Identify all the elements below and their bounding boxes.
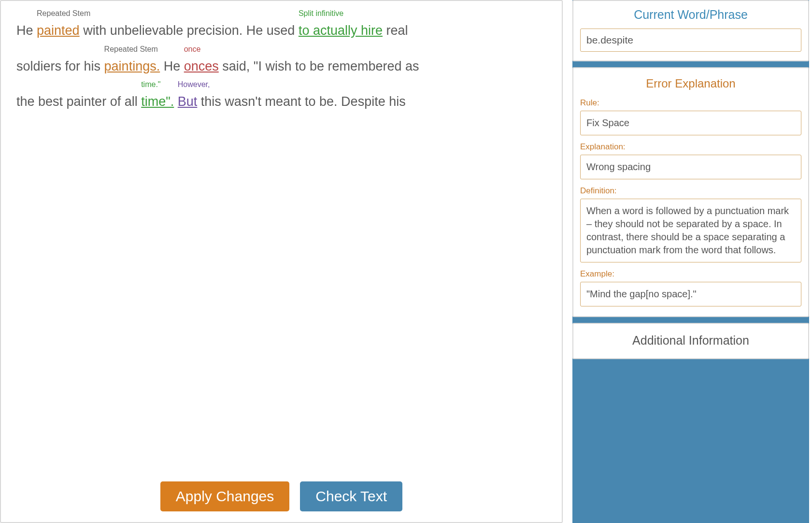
text-segment: this wasn't meant to be. Despite his [197,94,405,109]
current-word-input[interactable] [580,29,801,52]
additional-info-panel[interactable]: Additional Information [572,323,809,359]
sidebar: Current Word/Phrase Error Explanation Ru… [572,0,809,523]
editor-text-area[interactable]: He Repeated Stempainted with unbelievabl… [16,15,546,481]
text-segment: He [160,59,184,73]
text-segment: soldiers for his [16,59,104,73]
annotation-however: However, [178,75,210,94]
rule-label: Rule: [580,98,801,108]
annotation-repeated-stem: Repeated Stem [37,4,90,23]
text-line-3: the best painter of all time."time". How… [16,86,546,118]
text-segment: the best painter of all [16,94,141,109]
word-text: time". [141,94,174,109]
annotation-time: time." [141,75,160,94]
word-text: paintings. [104,59,160,73]
text-segment: He [16,23,37,38]
marked-word-but[interactable]: However,But [178,86,198,118]
check-text-button[interactable]: Check Text [300,481,402,511]
rule-value: Fix Space [580,111,801,135]
current-word-panel: Current Word/Phrase [572,0,809,61]
text-line-2: soldiers for his Repeated Stempaintings.… [16,50,546,83]
example-label: Example: [580,269,801,279]
additional-info-title: Additional Information [580,334,801,348]
explanation-value: Wrong spacing [580,155,801,179]
text-segment: real [383,23,408,38]
annotation-split-infinitive: Split infinitive [299,4,343,23]
annotation-repeated-stem: Repeated Stem [104,40,158,59]
definition-label: Definition: [580,186,801,196]
current-word-title: Current Word/Phrase [580,8,801,22]
editor-button-row: Apply Changes Check Text [16,481,546,511]
editor-panel: He Repeated Stempainted with unbelievabl… [0,0,563,523]
error-explanation-title: Error Explanation [580,77,801,90]
text-segment: said, "I wish to be remembered as [219,59,419,73]
text-line-1: He Repeated Stempainted with unbelievabl… [16,15,546,47]
explanation-label: Explanation: [580,142,801,152]
marked-word-painted[interactable]: Repeated Stempainted [37,15,80,47]
word-text: painted [37,23,80,38]
text-segment: with unbelievable precision. He used [80,23,299,38]
text-segment [174,94,178,109]
marked-word-split-infinitive[interactable]: Split infinitiveto actually hire [299,15,383,47]
word-text: But [178,94,198,109]
marked-word-time[interactable]: time."time". [141,86,174,118]
example-value: "Mind the gap[no space]." [580,282,801,306]
word-text: onces [184,59,219,73]
word-text: to actually hire [299,23,383,38]
apply-changes-button[interactable]: Apply Changes [160,481,289,511]
definition-value: When a word is followed by a punctuation… [580,199,801,262]
annotation-once: once [184,40,201,59]
error-explanation-panel: Error Explanation Rule: Fix Space Explan… [572,67,809,317]
